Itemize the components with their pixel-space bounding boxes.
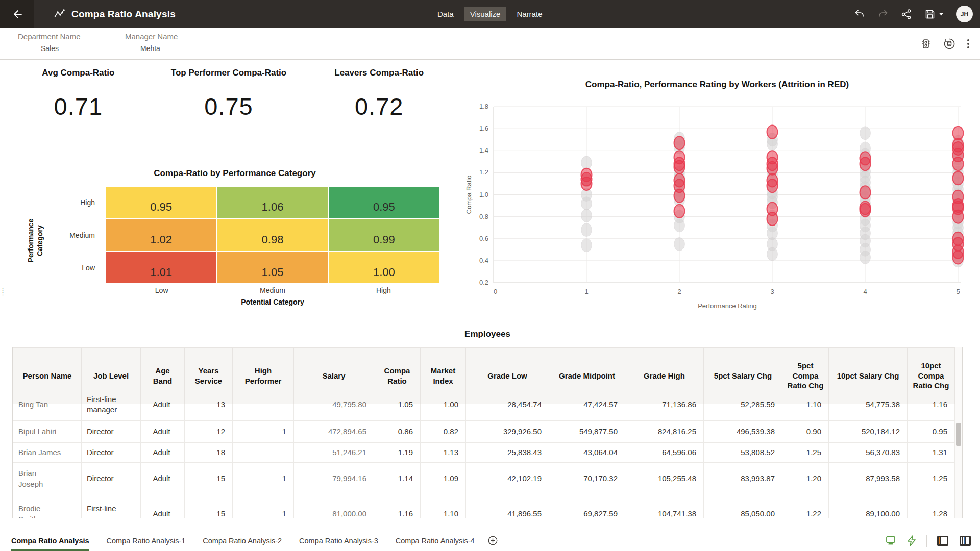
scatter-point-attrition[interactable] bbox=[674, 205, 685, 218]
table-row[interactable]: Brian JamesDirectorAdult1851,246.211.191… bbox=[13, 443, 955, 463]
kpi-value: 0.71 bbox=[3, 92, 154, 120]
scatter-point-active[interactable] bbox=[860, 127, 871, 140]
add-canvas-button[interactable] bbox=[488, 536, 498, 545]
scatter-point-active[interactable] bbox=[581, 209, 592, 222]
table-title: Employees bbox=[12, 329, 963, 339]
table-cell: 105,255.48 bbox=[625, 463, 704, 495]
scatter-point-attrition[interactable] bbox=[953, 127, 964, 140]
present-mode-icon[interactable] bbox=[885, 535, 897, 547]
share-button[interactable] bbox=[901, 9, 912, 20]
scatter-point-attrition[interactable] bbox=[860, 204, 871, 217]
scatter-point-attrition[interactable] bbox=[581, 177, 592, 190]
scatter-point-active[interactable] bbox=[674, 219, 685, 232]
kpi-tile[interactable]: Leavers Compa-Ratio0.72 bbox=[304, 68, 454, 120]
canvas-tab[interactable]: Compa Ratio Analysis-1 bbox=[107, 530, 186, 551]
table-cell: 0.95 bbox=[908, 421, 955, 443]
heatmap-cell[interactable]: 1.06 bbox=[217, 187, 327, 218]
layout-panel-split-icon[interactable] bbox=[959, 535, 972, 547]
layout-panel-left-icon[interactable] bbox=[936, 535, 949, 547]
heatmap-column-labels: LowMediumHigh bbox=[106, 286, 439, 294]
canvas-menu-kebab-icon[interactable] bbox=[967, 38, 970, 50]
heatmap-cell[interactable]: 1.01 bbox=[106, 252, 216, 283]
page-title: Compa Ratio Analysis bbox=[71, 9, 176, 20]
table-scrollbar-track[interactable] bbox=[955, 347, 962, 518]
mode-tabs: DataVisualizeNarrate bbox=[431, 0, 548, 28]
scatter-point-active[interactable] bbox=[581, 197, 592, 210]
table-cell: 13 bbox=[185, 404, 233, 421]
heatmap-cell[interactable]: 0.95 bbox=[106, 187, 216, 218]
canvas-tab[interactable]: Compa Ratio Analysis-2 bbox=[203, 530, 282, 551]
scatter-point-attrition[interactable] bbox=[674, 136, 685, 149]
redo-button[interactable] bbox=[877, 9, 889, 20]
table-cell: Bipul Lahiri bbox=[13, 421, 82, 443]
heatmap-cell[interactable]: 1.02 bbox=[106, 219, 216, 251]
table-cell: 472,894.65 bbox=[294, 421, 374, 443]
scatter-point-attrition[interactable] bbox=[767, 212, 778, 226]
x-tick-label: 3 bbox=[770, 288, 774, 295]
heatmap-cell[interactable]: 0.95 bbox=[329, 187, 439, 218]
save-caret-icon bbox=[939, 12, 944, 16]
table-cell: 18 bbox=[185, 443, 233, 463]
save-button[interactable] bbox=[924, 9, 944, 20]
refresh-data-icon[interactable] bbox=[943, 38, 955, 50]
heatmap-cell[interactable]: 0.99 bbox=[329, 219, 439, 251]
scatter-point-attrition[interactable] bbox=[953, 251, 964, 264]
avatar[interactable]: JH bbox=[956, 6, 973, 22]
table-cell: 0.90 bbox=[782, 421, 829, 443]
filter-manager[interactable]: Manager Name Mehta bbox=[125, 32, 178, 53]
heatmap-cell[interactable]: 1.05 bbox=[217, 252, 327, 283]
kpi-tile[interactable]: Top Performer Compa-Ratio0.75 bbox=[154, 68, 304, 120]
scatter-point-attrition[interactable] bbox=[860, 157, 871, 170]
filter-department[interactable]: Department Name Sales bbox=[18, 32, 81, 53]
canvas-tab[interactable]: Compa Ratio Analysis bbox=[11, 530, 89, 551]
back-button[interactable] bbox=[0, 0, 34, 28]
heatmap-cell[interactable]: 0.98 bbox=[217, 219, 327, 251]
table-cell: Brian Joseph bbox=[13, 463, 82, 495]
auto-insights-icon[interactable] bbox=[906, 535, 917, 547]
scatter-point-attrition[interactable] bbox=[674, 189, 685, 203]
scatter-point-attrition[interactable] bbox=[767, 179, 778, 192]
scatter-point-active[interactable] bbox=[674, 238, 685, 251]
panel-resize-handle[interactable]: ⋮⋮ bbox=[0, 289, 6, 296]
mode-tab-narrate[interactable]: Narrate bbox=[510, 7, 548, 21]
filter-value: Mehta bbox=[125, 44, 178, 53]
table-row[interactable]: Brian JosephDirectorAdult15179,994.161.1… bbox=[13, 463, 955, 495]
table-cell: 1.28 bbox=[908, 495, 955, 519]
scatter-viz: Compa-Ratio, Performance Rating by Worke… bbox=[462, 80, 972, 320]
table-cell: 1.20 bbox=[782, 463, 829, 495]
mode-tab-data[interactable]: Data bbox=[431, 7, 460, 21]
table-cell: Adult bbox=[141, 463, 185, 495]
scatter-point-attrition[interactable] bbox=[767, 162, 778, 175]
scatter-point-active[interactable] bbox=[860, 251, 871, 264]
kpi-value: 0.75 bbox=[154, 92, 304, 120]
canvas-tab[interactable]: Compa Ratio Analysis-4 bbox=[396, 530, 475, 551]
scatter-point-active[interactable] bbox=[767, 247, 778, 261]
table-row[interactable]: Bipul LahiriDirectorAdult121472,894.650.… bbox=[13, 421, 955, 443]
table-row[interactable]: Brodie SmithFirst-line managerAdult15181… bbox=[13, 495, 955, 519]
scatter-point-attrition[interactable] bbox=[674, 161, 685, 174]
scatter-plot[interactable]: 0.20.40.60.81.01.21.41.61.8012345Compa R… bbox=[462, 94, 972, 318]
kpi-tile[interactable]: Avg Compa-Ratio0.71 bbox=[3, 68, 154, 120]
limit-values-icon[interactable] bbox=[920, 38, 932, 50]
undo-button[interactable] bbox=[854, 9, 865, 20]
scatter-point-active[interactable] bbox=[581, 156, 592, 169]
table-row[interactable]: Bing TanFirst-line managerAdult1349,795.… bbox=[13, 404, 955, 421]
scatter-point-attrition[interactable] bbox=[767, 126, 778, 139]
scatter-point-attrition[interactable] bbox=[860, 186, 871, 199]
scatter-point-active[interactable] bbox=[581, 239, 592, 252]
scatter-point-attrition[interactable] bbox=[953, 210, 964, 223]
mode-tab-visualize[interactable]: Visualize bbox=[464, 7, 507, 21]
table-cell: 1.25 bbox=[908, 463, 955, 495]
scatter-point-attrition[interactable] bbox=[953, 157, 964, 170]
canvas-tab[interactable]: Compa Ratio Analysis-3 bbox=[299, 530, 378, 551]
scatter-point-active[interactable] bbox=[767, 137, 778, 151]
heatmap-row-label: High bbox=[46, 187, 106, 218]
table-cell: Adult bbox=[141, 443, 185, 463]
scatter-point-attrition[interactable] bbox=[953, 171, 964, 185]
heatmap-cell[interactable]: 1.00 bbox=[329, 252, 439, 283]
scatter-point-active[interactable] bbox=[581, 223, 592, 237]
x-tick-label: 4 bbox=[863, 288, 867, 295]
table-scrollbar-thumb[interactable] bbox=[956, 423, 961, 446]
table-cell: 549,877.50 bbox=[549, 421, 625, 443]
table-cell: 47,424.57 bbox=[549, 404, 625, 421]
